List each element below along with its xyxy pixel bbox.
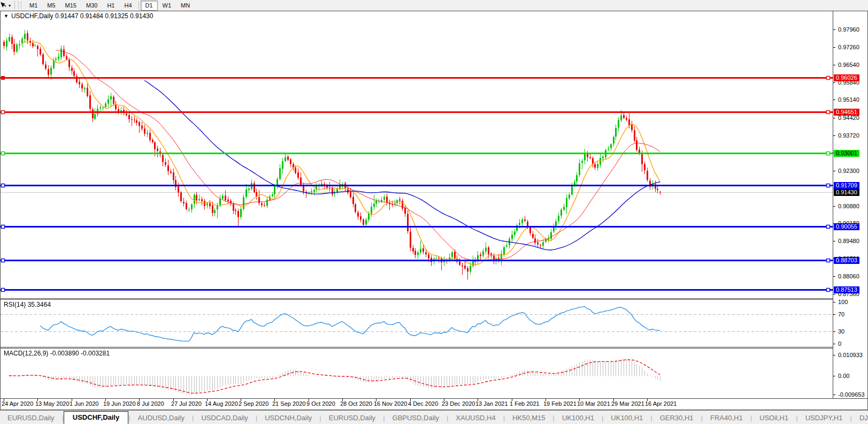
- axis-tick-mark: [833, 355, 835, 355]
- price-axis-tick: 0.92300: [838, 168, 859, 174]
- tab-USDJPY-H1[interactable]: USDJPY,H1: [798, 412, 850, 424]
- axis-tick-mark: [833, 171, 835, 171]
- price-axis-tick: 0.89480: [838, 238, 859, 244]
- axis-tick-mark: [833, 294, 835, 294]
- tab-USDCAD-Daily[interactable]: USDCAD,Daily: [194, 412, 255, 424]
- date-axis-label: 16 Nov 2020: [374, 400, 407, 407]
- hline-price-label[interactable]: 0.93001: [834, 150, 859, 157]
- axis-tick-mark: [833, 314, 835, 315]
- tab-UK100-H1[interactable]: UK100,H1: [603, 412, 650, 424]
- axis-tick-mark: [833, 82, 835, 83]
- chart-window: ▼ USDCHF,Daily 0.91447 0.91484 0.91325 0…: [0, 11, 868, 410]
- price-axis: 0.979600.972600.965400.958400.951400.944…: [833, 11, 867, 398]
- hline-price-label[interactable]: 0.94651: [834, 109, 859, 116]
- price-axis-tick: 0.88060: [838, 273, 859, 279]
- hline-price-label[interactable]: 0.91709: [834, 182, 859, 189]
- date-axis-label: 24 Apr 2020: [2, 400, 33, 407]
- date-axis-label: 8 Jul 2020: [137, 400, 164, 407]
- timeframe-button-M5[interactable]: M5: [42, 1, 60, 11]
- tab-DJ30-Weekly[interactable]: DJ30,Weekly: [852, 412, 868, 424]
- macd-indicator-canvas[interactable]: [1, 349, 833, 399]
- date-axis: 24 Apr 202013 May 20201 Jun 202019 Jun 2…: [1, 398, 867, 409]
- date-axis-label: 13 Jan 2021: [475, 400, 508, 407]
- timeframe-button-group: M1M5M15M30H1H4D1W1MN: [25, 1, 195, 11]
- date-axis-label: 2 Sep 2020: [239, 400, 268, 407]
- cursor-tool-icon[interactable]: [0, 1, 8, 10]
- date-axis-label: 29 Mar 2021: [611, 400, 644, 407]
- tab-EURUSD-Daily[interactable]: EURUSD,Daily: [0, 412, 62, 424]
- rsi-axis-tick: 100: [838, 299, 848, 305]
- rsi-indicator-label: RSI(14) 35.3464: [4, 301, 51, 308]
- tab-GER30-H1[interactable]: GER30,H1: [652, 412, 701, 424]
- date-axis-label: 10 Mar 2021: [577, 400, 610, 407]
- main-price-chart-canvas[interactable]: [1, 20, 833, 298]
- timeframe-toolbar: ▾ M1M5M15M30H1H4D1W1MN: [0, 0, 868, 11]
- toolbar-grip-handle[interactable]: [18, 2, 21, 9]
- tab-XAUUSD-H4[interactable]: XAUUSD,H4: [448, 412, 503, 424]
- price-axis-tick: 0.97960: [838, 26, 859, 33]
- timeframe-button-H1[interactable]: H1: [102, 1, 119, 11]
- date-axis-label: 14 Aug 2020: [205, 400, 238, 407]
- toolbar-separator: [139, 1, 139, 10]
- axis-tick-mark: [833, 100, 835, 100]
- macd-indicator-label: MACD(12,26,9) -0.003890 -0.003281: [4, 350, 110, 357]
- axis-tick-mark: [833, 206, 835, 207]
- chart-title: USDCHF,Daily 0.91447 0.91484 0.91325 0.9…: [11, 12, 153, 20]
- tab-UK100-H1[interactable]: UK100,H1: [555, 412, 602, 424]
- date-axis-label: 23 Dec 2020: [442, 400, 475, 407]
- date-axis-label: 27 Jul 2020: [171, 400, 202, 407]
- tab-HK50-M15[interactable]: HK50,M15: [505, 412, 552, 424]
- date-axis-label: 13 May 2020: [35, 400, 70, 407]
- macd-axis-tick: 0.010933: [838, 352, 863, 358]
- timeframe-button-M15[interactable]: M15: [60, 1, 81, 11]
- timeframe-button-M1[interactable]: M1: [25, 1, 42, 11]
- date-axis-label: 4 Dec 2020: [408, 400, 438, 407]
- timeframe-button-W1[interactable]: W1: [158, 1, 176, 11]
- date-axis-label: 16 Apr 2021: [645, 400, 677, 407]
- price-axis-tick: 0.93720: [838, 132, 859, 139]
- timeframe-button-M30[interactable]: M30: [81, 1, 102, 11]
- tab-USOil-H1[interactable]: USOil,H1: [752, 412, 796, 424]
- axis-tick-mark: [833, 344, 835, 344]
- axis-tick-mark: [833, 65, 835, 65]
- tab-USDCNH-Daily[interactable]: USDCNH,Daily: [257, 412, 319, 424]
- timeframe-button-H4[interactable]: H4: [119, 1, 136, 11]
- axis-tick-mark: [833, 118, 835, 118]
- rsi-axis-tick: 0: [838, 340, 841, 347]
- tab-EURUSD-Daily[interactable]: EURUSD,Daily: [321, 412, 383, 424]
- cursor-tool-dropdown-icon[interactable]: ▾: [8, 3, 13, 8]
- macd-axis-tick: -0.009653: [838, 391, 865, 398]
- hline-price-label[interactable]: 0.88703: [834, 257, 859, 264]
- axis-tick-mark: [833, 47, 835, 48]
- timeframe-button-MN[interactable]: MN: [176, 1, 195, 11]
- tab-FRA40-H1[interactable]: FRA40,H1: [703, 412, 750, 424]
- axis-tick-mark: [833, 276, 835, 277]
- date-axis-label: 1 Jun 2020: [70, 400, 98, 407]
- price-axis-tick: 0.90880: [838, 203, 859, 209]
- axis-tick-mark: [833, 302, 835, 302]
- hline-price-label[interactable]: 0.87513: [834, 286, 859, 293]
- price-axis-tick: 0.96540: [838, 62, 859, 68]
- tab-GBPUSD-Daily[interactable]: GBPUSD,Daily: [385, 412, 447, 424]
- tab-USDCHF-Daily[interactable]: USDCHF,Daily: [64, 411, 128, 424]
- chart-collapse-icon[interactable]: ▼: [1, 13, 11, 19]
- hline-price-label[interactable]: 0.96026: [834, 74, 859, 81]
- axis-tick-mark: [833, 395, 835, 395]
- axis-tick-mark: [833, 29, 835, 30]
- toolbar-separator: [14, 1, 15, 10]
- timeframe-button-D1[interactable]: D1: [141, 1, 158, 11]
- date-axis-label: 19 Jun 2020: [103, 400, 136, 407]
- axis-tick-mark: [833, 135, 835, 136]
- date-axis-label: 21 Sep 2020: [272, 400, 305, 407]
- price-axis-tick: 0.95140: [838, 96, 859, 103]
- rsi-indicator-canvas[interactable]: [1, 300, 833, 347]
- rsi-axis-tick: 30: [838, 328, 844, 335]
- axis-tick-mark: [833, 376, 835, 376]
- current-price-label: 0.91430: [834, 189, 859, 196]
- hline-price-label[interactable]: 0.90055: [834, 223, 859, 230]
- macd-axis-tick: 0.00: [838, 373, 849, 379]
- chart-tab-bar: EURUSD,Daily|USDCHF,Daily|AUDUSD,Daily|U…: [0, 410, 868, 424]
- tab-AUDUSD-Daily[interactable]: AUDUSD,Daily: [130, 412, 192, 424]
- rsi-axis-tick: 70: [838, 311, 844, 317]
- axis-tick-mark: [833, 241, 835, 241]
